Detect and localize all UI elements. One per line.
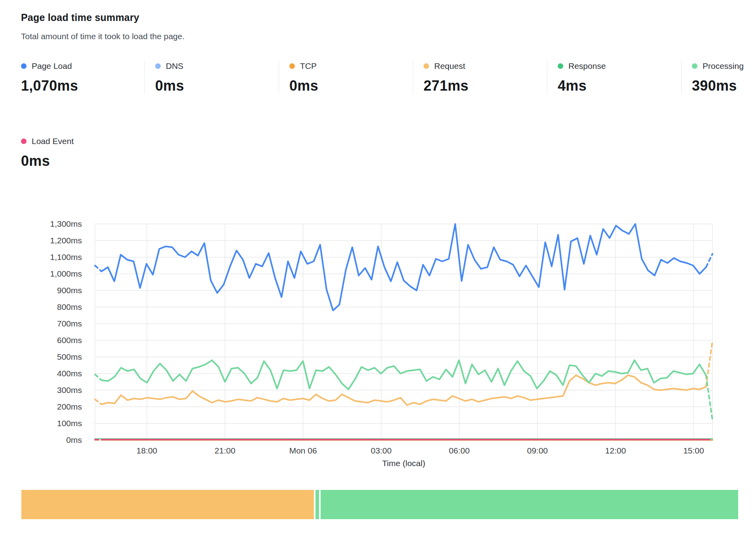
status-bar-segment-passing-green[interactable]: [321, 490, 738, 519]
series-processing: [95, 374, 101, 380]
legend-item-request[interactable]: Request 271ms: [424, 61, 547, 94]
response-dot-icon: [558, 63, 563, 69]
card-header: Page load time summary Total amount of t…: [21, 12, 184, 41]
metric-value: 0ms: [21, 153, 137, 169]
legend-item-dns[interactable]: DNS 0ms: [155, 61, 279, 94]
metric-value: 4ms: [558, 78, 673, 94]
dns-dot-icon: [155, 63, 161, 69]
load-event-dot-icon: [21, 138, 27, 144]
metrics-legend-row-2: Load Event 0ms: [21, 137, 155, 169]
x-tick-label: 06:00: [449, 446, 470, 455]
status-bar-segment-degraded-orange[interactable]: [21, 490, 314, 519]
page-title: Page load time summary: [21, 12, 184, 23]
series-request: [706, 341, 712, 387]
legend-item-response[interactable]: Response 4ms: [558, 61, 682, 94]
x-tick-label: Mon 06: [289, 446, 317, 455]
series-page-load: [706, 254, 712, 268]
y-tick-label: 300ms: [57, 385, 82, 395]
series-page-load: [95, 266, 101, 271]
y-tick-label: 1,200ms: [50, 236, 82, 245]
y-tick-label: 900ms: [57, 286, 82, 295]
y-tick-label: 800ms: [57, 302, 82, 311]
y-tick-label: 1,000ms: [50, 269, 82, 278]
legend-item-page-load[interactable]: Page Load 1,070ms: [21, 61, 145, 94]
metric-label: Load Event: [32, 137, 74, 146]
status-bar-segment-passing-green-sliver[interactable]: [315, 490, 319, 519]
tcp-dot-icon: [289, 63, 295, 69]
y-tick-label: 1,100ms: [50, 252, 82, 262]
metric-value: 0ms: [289, 78, 405, 94]
x-tick-label: 09:00: [527, 446, 548, 455]
series-request: [95, 399, 101, 404]
y-tick-label: 200ms: [57, 402, 82, 411]
metric-label: Response: [568, 61, 606, 71]
x-tick-label: 21:00: [215, 446, 236, 455]
y-tick-label: 400ms: [57, 369, 82, 378]
metric-label: Processing: [703, 61, 744, 71]
x-tick-label: 18:00: [137, 446, 158, 455]
metric-label: Page Load: [32, 61, 72, 71]
y-tick-label: 1,300ms: [50, 219, 82, 228]
metric-value: 0ms: [155, 78, 271, 94]
y-tick-label: 700ms: [57, 319, 82, 328]
request-dot-icon: [424, 63, 429, 69]
status-strip: [21, 490, 739, 519]
x-tick-label: 15:00: [683, 446, 704, 455]
y-tick-label: 100ms: [57, 419, 82, 428]
processing-dot-icon: [692, 63, 697, 69]
x-tick-label: 12:00: [605, 446, 626, 455]
metric-value: 390ms: [692, 78, 756, 94]
y-tick-label: 500ms: [57, 352, 82, 361]
legend-item-load-event[interactable]: Load Event 0ms: [21, 137, 145, 169]
metric-label: DNS: [166, 61, 183, 71]
series-processing: [706, 375, 712, 420]
metrics-legend-row: Page Load 1,070ms DNS 0ms TCP 0ms Reques…: [21, 61, 756, 94]
y-tick-label: 0ms: [66, 435, 82, 444]
page-subtitle: Total amount of time it took to load the…: [21, 32, 184, 41]
metric-value: 271ms: [424, 78, 539, 94]
legend-item-tcp[interactable]: TCP 0ms: [289, 61, 413, 94]
metric-value: 1,070ms: [21, 78, 137, 94]
x-tick-label: 03:00: [371, 446, 392, 455]
page-load-dot-icon: [21, 63, 27, 69]
y-tick-label: 600ms: [57, 336, 82, 345]
x-axis-title: Time (local): [382, 459, 425, 468]
metric-label: Request: [434, 61, 465, 71]
metric-label: TCP: [300, 61, 317, 71]
legend-item-processing[interactable]: Processing 390ms: [692, 61, 756, 94]
chart-svg: 0ms100ms200ms300ms400ms500ms600ms700ms80…: [0, 174, 756, 479]
page-load-time-chart: 0ms100ms200ms300ms400ms500ms600ms700ms80…: [0, 174, 756, 479]
page-load-summary-card: Page load time summary Total amount of t…: [0, 0, 756, 535]
